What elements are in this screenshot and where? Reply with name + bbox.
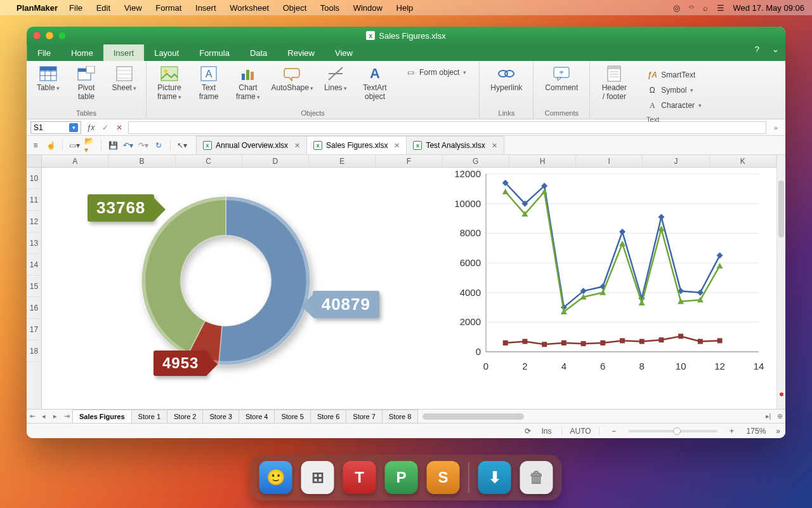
header-footer-button[interactable]: Header / footer	[595, 65, 633, 102]
menu-tools[interactable]: Tools	[320, 3, 339, 13]
window-close-button[interactable]	[33, 32, 41, 39]
ribbon-tab-formula[interactable]: Formula	[189, 44, 240, 61]
column-header[interactable]: H	[509, 155, 576, 167]
sheet-tab[interactable]: Store 3	[202, 410, 239, 423]
line-chart[interactable]: 02000400060008000100001200002468101214	[435, 168, 765, 377]
text-frame-button[interactable]: A Text frame	[192, 65, 225, 102]
close-icon[interactable]: ✕	[394, 142, 400, 150]
row-header[interactable]: 12	[27, 211, 41, 232]
ribbon-tab-view[interactable]: View	[325, 44, 363, 61]
row-header[interactable]: 13	[27, 232, 41, 254]
status-more-icon[interactable]: »	[776, 427, 780, 436]
zoom-slider[interactable]	[629, 430, 717, 432]
scrollbar-thumb[interactable]	[422, 413, 524, 420]
row-header[interactable]: 17	[27, 319, 41, 340]
presentations-icon[interactable]: S	[427, 461, 460, 494]
ribbon-tab-data[interactable]: Data	[240, 44, 277, 61]
undo-icon[interactable]: ↶▾	[123, 140, 133, 150]
select-all-corner[interactable]	[27, 155, 42, 168]
user-icon[interactable]: ◎	[673, 3, 680, 13]
downloads-icon[interactable]: ⬇	[478, 461, 511, 494]
column-header[interactable]: D	[242, 155, 309, 167]
calc-mode[interactable]: AUTO	[561, 427, 599, 436]
cell-reference-box[interactable]: S1 ▾	[30, 121, 81, 134]
wifi-icon[interactable]: ⌔	[689, 3, 694, 13]
sheet-nav-end[interactable]: ▸|	[763, 412, 774, 420]
close-icon[interactable]: ✕	[294, 142, 300, 150]
align-icon[interactable]: ≡	[30, 140, 41, 150]
horizontal-scrollbar[interactable]	[417, 413, 763, 420]
formula-expand-icon[interactable]: »	[770, 124, 782, 131]
formula-cancel-icon[interactable]: ✕	[114, 123, 124, 132]
window-zoom-button[interactable]	[58, 32, 66, 39]
menu-window[interactable]: Window	[353, 3, 383, 13]
window-minimize-button[interactable]	[46, 32, 53, 39]
row-header[interactable]: 18	[27, 340, 41, 362]
column-header[interactable]: B	[108, 155, 175, 167]
textart-button[interactable]: A TextArt object	[357, 65, 393, 102]
lines-button[interactable]: Lines	[319, 65, 352, 93]
sheet-tab[interactable]: Store 6	[310, 410, 346, 423]
planmaker-icon[interactable]: P	[385, 461, 418, 494]
ribbon-collapse-button[interactable]: ⌄	[766, 44, 785, 61]
row-header[interactable]: 10	[27, 168, 41, 189]
menu-edit[interactable]: Edit	[96, 3, 110, 13]
column-header[interactable]: F	[376, 155, 442, 167]
touch-mode-icon[interactable]: ☝	[46, 140, 56, 150]
ribbon-help-button[interactable]: ?	[749, 44, 766, 61]
doc-tab[interactable]: xSales Figures.xlsx✕	[306, 136, 407, 154]
menu-worksheet[interactable]: Worksheet	[230, 3, 269, 13]
column-header[interactable]: K	[710, 155, 776, 167]
row-header[interactable]: 11	[27, 189, 41, 211]
sheet-nav-prev[interactable]: ◂	[38, 412, 49, 420]
row-header[interactable]: 16	[27, 297, 41, 319]
insert-mode[interactable]: Ins	[541, 427, 551, 436]
spotlight-icon[interactable]: ⌕	[703, 3, 708, 13]
menu-object[interactable]: Object	[283, 3, 307, 13]
zoom-thumb[interactable]	[673, 427, 681, 435]
zoom-in-button[interactable]: +	[728, 427, 737, 436]
pointer-icon[interactable]: ↖▾	[177, 140, 187, 150]
smarttext-button[interactable]: ƒASmartText	[645, 69, 704, 81]
sheet-tab[interactable]: Store 1	[131, 410, 167, 423]
formula-accept-icon[interactable]: ✓	[100, 123, 110, 132]
column-header[interactable]: I	[576, 155, 643, 167]
save-icon[interactable]: 💾	[108, 140, 118, 150]
form-object-button[interactable]: ▭ Form object ▾	[403, 66, 469, 79]
ribbon-tab-layout[interactable]: Layout	[144, 44, 189, 61]
sheet-tab[interactable]: Store 2	[167, 410, 203, 423]
fx-icon[interactable]: ƒx	[85, 123, 96, 132]
donut-chart[interactable]: 33768 40879 4953	[118, 173, 334, 389]
autoshape-button[interactable]: AutoShape	[271, 65, 314, 93]
scrollbar-thumb[interactable]	[778, 180, 784, 237]
column-header[interactable]: A	[42, 155, 108, 167]
sheet-tab[interactable]: Store 5	[274, 410, 310, 423]
column-header[interactable]: E	[309, 155, 376, 167]
sheet-nav-last[interactable]: ⇥	[61, 412, 72, 420]
app-name[interactable]: PlanMaker	[16, 3, 58, 13]
ribbon-tab-home[interactable]: Home	[61, 44, 103, 61]
sheet-tab[interactable]: Store 4	[239, 410, 275, 423]
control-center-icon[interactable]: ☰	[717, 3, 724, 13]
zoom-out-button[interactable]: −	[610, 427, 619, 436]
sheet-tab[interactable]: Store 8	[382, 410, 418, 423]
menubar-clock[interactable]: Wed 17. May 09:06	[733, 3, 805, 13]
doc-tab[interactable]: xAnnual Overview.xlsx✕	[196, 136, 307, 154]
sheet-tab[interactable]: Store 7	[346, 410, 382, 423]
column-headers[interactable]: ABCDEFGHIJK	[42, 155, 776, 168]
close-icon[interactable]: ✕	[492, 142, 497, 150]
sync-icon[interactable]: ⟳	[525, 427, 531, 436]
menu-help[interactable]: Help	[396, 3, 414, 13]
redo-icon[interactable]: ↷▾	[138, 140, 148, 150]
row-headers[interactable]: 101112131415161718	[27, 168, 42, 409]
cell-grid[interactable]: 33768 40879 4953 02000400060008000100001…	[42, 168, 776, 409]
trash-icon[interactable]: 🗑	[520, 461, 553, 494]
hyperlink-button[interactable]: Hyperlink	[485, 65, 528, 93]
window-titlebar[interactable]: x Sales Figures.xlsx	[27, 27, 785, 44]
sheet-nav-first[interactable]: ⇤	[27, 412, 38, 420]
column-header[interactable]: C	[176, 155, 242, 167]
ribbon-tab-review[interactable]: Review	[277, 44, 325, 61]
character-button[interactable]: ACharacter▾	[645, 99, 704, 112]
new-doc-icon[interactable]: ▭▾	[69, 140, 79, 150]
column-header[interactable]: G	[443, 155, 509, 167]
